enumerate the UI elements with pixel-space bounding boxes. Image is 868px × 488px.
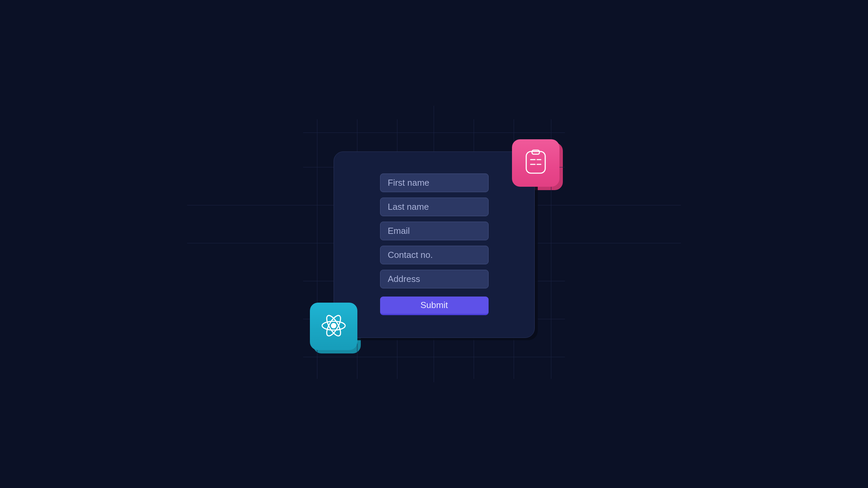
- form-card: Submit: [334, 151, 535, 338]
- react-icon: [319, 311, 348, 341]
- svg-rect-1: [532, 150, 539, 154]
- react-badge: [310, 303, 357, 350]
- svg-point-6: [332, 324, 336, 328]
- address-input[interactable]: [380, 270, 489, 288]
- svg-rect-0: [526, 151, 545, 173]
- email-input[interactable]: [380, 222, 489, 240]
- last-name-input[interactable]: [380, 198, 489, 216]
- submit-button[interactable]: Submit: [380, 297, 489, 315]
- clipboard-badge: [512, 139, 559, 187]
- illustration-stage: Submit: [187, 106, 681, 382]
- first-name-input[interactable]: [380, 174, 489, 192]
- clipboard-icon: [521, 148, 550, 178]
- contact-input[interactable]: [380, 246, 489, 264]
